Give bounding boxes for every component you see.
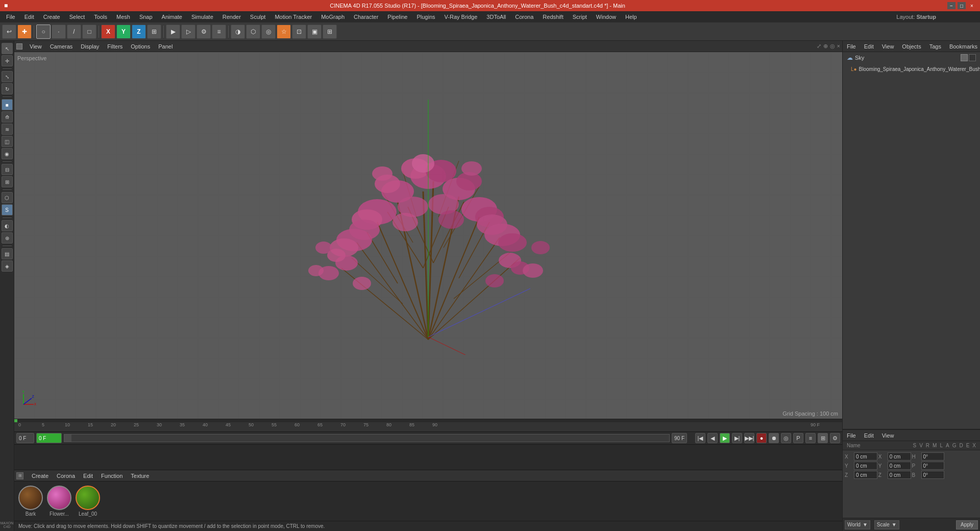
edge-mode-button[interactable]: /: [67, 25, 81, 39]
display-isoline-button[interactable]: ⊡: [292, 25, 306, 39]
attr-y-rot[interactable]: [888, 462, 911, 470]
obj-file-btn[interactable]: File: [845, 42, 858, 51]
material-leaf[interactable]: Leaf_00: [76, 486, 100, 517]
deformer-button[interactable]: ≋: [2, 124, 13, 135]
attr-p-val[interactable]: [921, 462, 945, 470]
attr-x-rot[interactable]: [888, 452, 911, 461]
apply-button[interactable]: Apply: [956, 520, 978, 529]
menu-select[interactable]: Select: [65, 13, 89, 21]
render-settings-button[interactable]: ⚙: [197, 25, 211, 39]
world-constraint-button[interactable]: ⊞: [147, 25, 161, 39]
z-constraint-button[interactable]: Z: [132, 25, 146, 39]
timeline-settings-button[interactable]: ≡: [805, 433, 816, 443]
viewport-options-menu[interactable]: Options: [128, 42, 153, 51]
menu-mesh[interactable]: Mesh: [112, 13, 134, 21]
menu-vray[interactable]: V-Ray Bridge: [440, 13, 482, 21]
play-button[interactable]: ▶: [720, 433, 730, 443]
attr-y-pos[interactable]: [854, 462, 877, 470]
viewport-panel-menu[interactable]: Panel: [155, 42, 176, 51]
obj-bookmarks-btn[interactable]: Bookmarks: [947, 42, 979, 51]
scale-tool-button[interactable]: ⤡: [2, 71, 13, 82]
attr-file-btn[interactable]: File: [845, 431, 858, 440]
group-button[interactable]: ⊞: [2, 176, 13, 187]
menu-plugins[interactable]: Plugins: [412, 13, 439, 21]
menu-window[interactable]: Window: [592, 13, 620, 21]
material-edit-btn[interactable]: Edit: [81, 472, 95, 480]
scene-button[interactable]: ⊟: [2, 164, 13, 175]
key-all-button[interactable]: ◎: [781, 433, 791, 443]
display-skeleton-button[interactable]: ⊞: [323, 25, 337, 39]
viewport-cameras-menu[interactable]: Cameras: [47, 42, 76, 51]
menu-script[interactable]: Script: [569, 13, 591, 21]
y-constraint-button[interactable]: Y: [116, 25, 131, 39]
key-sel-button[interactable]: P: [793, 433, 803, 443]
viewport-filters-menu[interactable]: Filters: [104, 42, 126, 51]
attr-z-rot[interactable]: [888, 471, 911, 479]
paint-button[interactable]: ⬡: [2, 192, 13, 203]
light-button[interactable]: ◉: [2, 148, 13, 159]
viewport-close-icon[interactable]: ×: [837, 43, 840, 50]
menu-3dtoall[interactable]: 3DToAll: [482, 13, 510, 21]
timeline-extra-button[interactable]: ⚙: [830, 433, 840, 443]
poly-mode-button[interactable]: □: [82, 25, 96, 39]
timeline-frame-input[interactable]: 0 F: [36, 433, 62, 443]
render-queue-button[interactable]: ≡: [212, 25, 226, 39]
obj-tags-btn[interactable]: Tags: [927, 42, 943, 51]
menu-help[interactable]: Help: [621, 13, 641, 21]
obj-sky[interactable]: ☁ Sky: [843, 52, 980, 63]
menu-snap[interactable]: Snap: [135, 13, 157, 21]
render-view-button[interactable]: ▷: [181, 25, 195, 39]
menu-simulate[interactable]: Simulate: [187, 13, 217, 21]
camera-button[interactable]: ◫: [2, 136, 13, 147]
cube-button[interactable]: ■: [2, 99, 13, 110]
viewport-lock-icon[interactable]: ⊕: [823, 43, 828, 50]
undo-button[interactable]: ↩: [2, 25, 16, 39]
point-mode-button[interactable]: ·: [52, 25, 66, 39]
brush-button[interactable]: ◐: [2, 220, 13, 231]
menu-edit[interactable]: Edit: [20, 13, 38, 21]
obj-view-btn[interactable]: View: [880, 42, 896, 51]
menu-redshift[interactable]: Redshift: [538, 13, 567, 21]
model-mode-button[interactable]: ○: [36, 25, 51, 39]
viewport-view-menu[interactable]: View: [27, 42, 45, 51]
render-region-button[interactable]: ▶: [166, 25, 180, 39]
material-bark[interactable]: Bark: [18, 486, 43, 517]
menu-mograph[interactable]: MoGraph: [317, 13, 349, 21]
spline-button[interactable]: ⟰: [2, 111, 13, 123]
scale-dropdown[interactable]: Scale ▼: [874, 520, 899, 529]
redo-button[interactable]: ✚: [17, 25, 32, 39]
attr-x-pos[interactable]: [854, 452, 877, 461]
obj-objects-btn[interactable]: Objects: [900, 42, 923, 51]
menu-character[interactable]: Character: [350, 13, 382, 21]
record-button[interactable]: ●: [756, 433, 767, 443]
sculpt-button[interactable]: S: [2, 204, 13, 215]
display-gouraud-button[interactable]: ◑: [231, 25, 245, 39]
step-back-button[interactable]: ◀: [707, 433, 718, 443]
timeline-loop-button[interactable]: ⊞: [818, 433, 828, 443]
cursor-tool-button[interactable]: ↖: [2, 43, 13, 54]
material-function-btn[interactable]: Function: [99, 472, 125, 480]
shader-btn[interactable]: ◈: [2, 260, 13, 272]
display-flat-button[interactable]: ▣: [307, 25, 322, 39]
close-button[interactable]: ×: [968, 2, 976, 9]
menu-render[interactable]: Render: [218, 13, 245, 21]
menu-motion-tracker[interactable]: Motion Tracker: [271, 13, 316, 21]
menu-pipeline[interactable]: Pipeline: [383, 13, 411, 21]
attr-z-pos[interactable]: [854, 471, 877, 479]
goto-start-button[interactable]: |◀: [695, 433, 705, 443]
viewport-display-menu[interactable]: Display: [78, 42, 102, 51]
autokey-button[interactable]: ⏺: [769, 433, 779, 443]
display-quick-button[interactable]: ◎: [261, 25, 276, 39]
move-tool-button[interactable]: ✛: [2, 55, 13, 66]
menu-corona[interactable]: Corona: [511, 13, 537, 21]
viewport[interactable]: Perspective Grid Spacing : 100 cm X Y Z: [14, 52, 842, 419]
viewport-camera-icon[interactable]: ◎: [830, 43, 835, 50]
material-create-btn[interactable]: Create: [30, 472, 51, 480]
goto-end-button[interactable]: ▶▶|: [744, 433, 754, 443]
world-dropdown[interactable]: World ▼: [845, 520, 870, 529]
menu-create[interactable]: Create: [39, 13, 64, 21]
timeline-content[interactable]: [14, 445, 842, 470]
attr-view-btn[interactable]: View: [880, 431, 896, 440]
attr-edit-btn[interactable]: Edit: [862, 431, 876, 440]
viewport-expand-icon[interactable]: ⤢: [817, 43, 821, 50]
